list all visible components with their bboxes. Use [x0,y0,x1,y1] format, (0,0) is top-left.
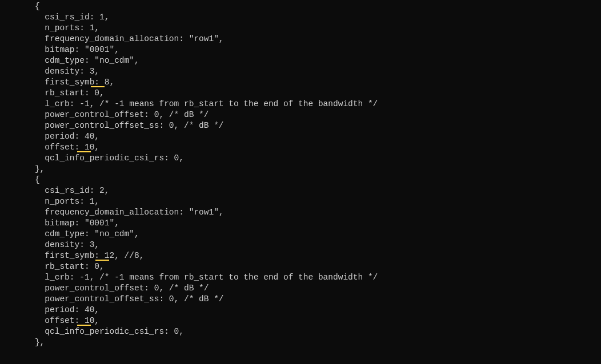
code-line: { [0,1,601,12]
code-line: power_control_offset: 0, /* dB */ [0,110,601,120]
code-line: }, [0,337,601,348]
code-line: cdm_type: "no_cdm", [0,55,601,66]
code-line: n_ports: 1, [0,196,601,207]
code-text: n_ports: 1, [0,197,99,206]
code-text: bitmap: "0001", [0,219,119,228]
code-text: csi_rs_id: 2, [0,186,109,195]
code-text: density: 3, [0,240,99,249]
code-text: first_symb: 12, //8, [0,251,144,260]
code-line: period: 40, [0,131,601,142]
code-line: rb_start: 0, [0,261,601,272]
code-line: qcl_info_periodic_csi_rs: 0, [0,326,601,337]
code-text: }, [0,338,45,347]
code-text: rb_start: 0, [0,88,105,98]
code-text: power_control_offset_ss: 0, /* dB */ [0,121,224,130]
code-line: l_crb: -1, /* -1 means from rb_start to … [0,99,601,110]
code-text: qcl_info_periodic_csi_rs: 0, [0,153,184,163]
code-text: period: 40, [0,305,99,314]
code-text: }, [0,164,45,173]
code-line: offset: 10, [0,316,601,326]
code-text: qcl_info_periodic_csi_rs: 0, [0,327,184,336]
code-line: bitmap: "0001", [0,218,601,229]
code-line: cdm_type: "no_cdm", [0,229,601,240]
code-text: offset: 10, [0,316,99,325]
code-line: power_control_offset_ss: 0, /* dB */ [0,120,601,131]
code-line: rb_start: 0, [0,88,601,99]
code-line: density: 3, [0,240,601,250]
code-line: first_symb: 12, //8, [0,250,601,261]
code-text: n_ports: 1, [0,23,99,33]
code-text: l_crb: -1, /* -1 means from rb_start to … [0,273,378,282]
code-text: csi_rs_id: 1, [0,13,109,22]
code-text: period: 40, [0,132,99,141]
code-text: power_control_offset_ss: 0, /* dB */ [0,294,224,304]
code-block: { csi_rs_id: 1, n_ports: 1, frequency_do… [0,0,601,348]
code-line: qcl_info_periodic_csi_rs: 0, [0,153,601,164]
code-text: power_control_offset: 0, /* dB */ [0,284,209,293]
code-line: power_control_offset_ss: 0, /* dB */ [0,294,601,305]
code-text: { [0,175,40,184]
code-text: density: 3, [0,67,99,76]
code-text: cdm_type: "no_cdm", [0,56,139,65]
code-line: first_symb: 8, [0,77,601,88]
code-line: csi_rs_id: 1, [0,12,601,23]
code-text: cdm_type: "no_cdm", [0,229,139,238]
code-text: frequency_domain_allocation: "row1", [0,208,224,217]
code-text: first_symb: 8, [0,78,114,87]
code-line: l_crb: -1, /* -1 means from rb_start to … [0,272,601,283]
code-text: { [0,2,40,11]
code-text: bitmap: "0001", [0,45,119,54]
code-line: density: 3, [0,66,601,77]
code-line: frequency_domain_allocation: "row1", [0,34,601,45]
code-line: csi_rs_id: 2, [0,185,601,196]
code-line: period: 40, [0,305,601,316]
code-line: power_control_offset: 0, /* dB */ [0,283,601,294]
code-line: }, [0,164,601,175]
code-text: power_control_offset: 0, /* dB */ [0,110,209,119]
code-line: frequency_domain_allocation: "row1", [0,207,601,218]
code-text: rb_start: 0, [0,262,105,271]
code-line: { [0,175,601,185]
code-text: offset: 10, [0,143,99,152]
code-text: l_crb: -1, /* -1 means from rb_start to … [0,99,378,108]
code-line: bitmap: "0001", [0,45,601,55]
code-line: offset: 10, [0,142,601,153]
code-line: n_ports: 1, [0,23,601,34]
code-text: frequency_domain_allocation: "row1", [0,34,224,43]
